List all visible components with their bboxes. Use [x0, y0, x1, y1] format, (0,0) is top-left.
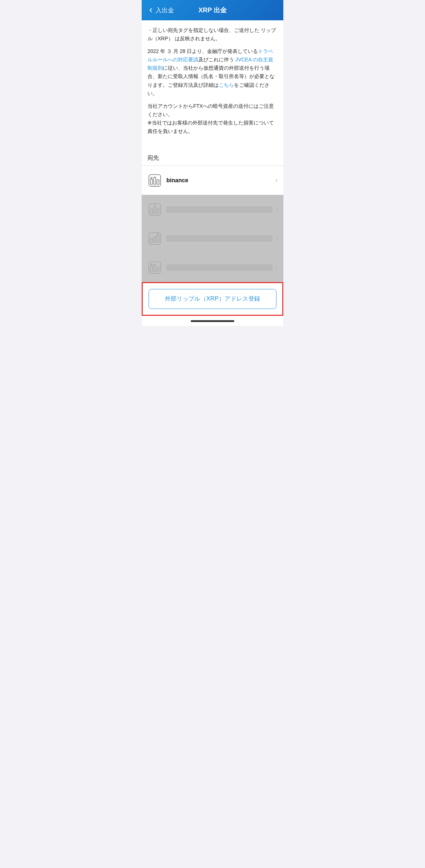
wallet-svg-2 — [148, 203, 161, 216]
svg-rect-13 — [157, 235, 159, 243]
blurred-wallet-items: › › — [142, 195, 283, 282]
wallet-svg-binance — [148, 174, 161, 187]
register-xrp-address-button[interactable]: 外部リップル（XRP）アドレス登録 — [149, 289, 276, 309]
home-bar — [191, 320, 234, 322]
svg-point-4 — [151, 177, 152, 179]
wallet-icon-3 — [147, 231, 162, 246]
wallet-list: binance › › — [142, 166, 283, 282]
svg-point-14 — [157, 233, 159, 235]
home-indicator — [142, 316, 283, 326]
wallet-icon-2 — [147, 202, 162, 217]
notice-mid: 及びこれに伴う — [198, 57, 235, 62]
destination-text: 宛先 — [147, 155, 159, 161]
wallet-name-blurred-4 — [166, 264, 272, 271]
notice-prefix: 2022 年 ３ 月 28 日より、金融庁が発表している — [147, 48, 258, 54]
kochira-link[interactable]: こちら — [219, 82, 234, 88]
wallet-icon-binance — [147, 173, 162, 188]
svg-rect-11 — [150, 239, 152, 243]
back-label: 入出金 — [155, 6, 174, 15]
chevron-right-icon-binance: › — [275, 176, 278, 184]
chevron-right-icon-4: › — [275, 264, 278, 271]
wallet-name-binance: binance — [166, 177, 275, 184]
destination-section-label: 宛先 — [142, 147, 283, 166]
wallet-list-container: binance › › — [142, 166, 283, 282]
wallet-svg-3 — [148, 232, 161, 245]
chevron-right-icon-2: › — [275, 205, 278, 213]
svg-rect-12 — [154, 236, 155, 242]
svg-rect-6 — [150, 209, 152, 213]
wallet-svg-4 — [148, 261, 161, 274]
chevron-right-icon-3: › — [275, 235, 278, 242]
wallet-name-blurred-2 — [166, 206, 272, 213]
wallet-item-2[interactable]: › — [142, 195, 283, 224]
travel-rule-notice: 2022 年 ３ 月 28 日より、金融庁が発表しているトラベルルールへの対応要… — [147, 47, 278, 98]
svg-rect-1 — [150, 179, 152, 184]
wallet-icon-4 — [147, 260, 162, 275]
wallet-item-binance[interactable]: binance › — [142, 166, 283, 195]
back-icon — [147, 7, 154, 13]
app-header: 入出金 XRP 出金 — [142, 0, 283, 20]
svg-rect-18 — [157, 267, 159, 272]
svg-point-9 — [154, 205, 155, 206]
page-title: XRP 出金 — [198, 6, 227, 15]
back-button[interactable]: 入出金 — [147, 6, 174, 15]
svg-rect-2 — [154, 177, 155, 184]
notice-tag-text: ・正しい宛先タグを指定しない場合、ご送付した リップル（XRP） は反映されませ… — [147, 26, 278, 43]
wallet-item-4[interactable]: › — [142, 253, 283, 282]
ftx-warning: 当社アカウントからFTXへの暗号資産の送付にはご注意ください。※当社ではお客様の… — [147, 102, 278, 135]
svg-point-19 — [151, 264, 152, 265]
wallet-name-blurred-3 — [166, 235, 272, 242]
register-button-area: 外部リップル（XRP）アドレス登録 — [142, 282, 283, 316]
svg-rect-17 — [154, 264, 155, 272]
svg-rect-7 — [154, 207, 155, 213]
svg-rect-8 — [157, 208, 159, 213]
content-block: ・正しい宛先タグを指定しない場合、ご送付した リップル（XRP） は反映されませ… — [142, 20, 283, 147]
svg-rect-3 — [157, 180, 159, 184]
wallet-item-3[interactable]: › — [142, 224, 283, 253]
svg-rect-16 — [150, 266, 152, 271]
warning-text: 当社アカウントからFTXへの暗号資産の送付にはご注意ください。※当社ではお客様の… — [147, 103, 274, 134]
